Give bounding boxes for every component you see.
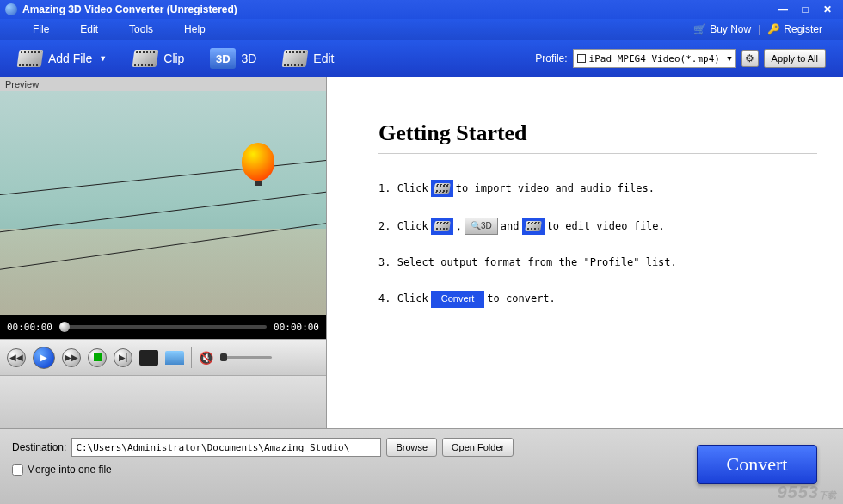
menubar: File Edit Tools Help 🛒Buy Now | 🔑Registe… xyxy=(0,19,843,40)
seek-slider[interactable] xyxy=(59,325,267,329)
settings-button[interactable]: ⚙ xyxy=(741,50,759,67)
preview-footer xyxy=(0,375,326,428)
minimize-button[interactable]: — xyxy=(772,3,793,16)
getting-started-title: Getting Started xyxy=(378,120,817,154)
three-d-button[interactable]: 3D 3D xyxy=(210,48,256,69)
edit-chip xyxy=(522,218,545,235)
chevron-down-icon: ▼ xyxy=(727,54,731,63)
add-file-button[interactable]: Add File ▼ xyxy=(17,47,107,70)
browse-button[interactable]: Browse xyxy=(386,438,437,457)
convert-chip: Convert xyxy=(431,291,485,308)
key-icon: 🔑 xyxy=(767,23,780,35)
step-1: 1. Click to import video and audio files… xyxy=(378,180,817,197)
gear-icon: ⚙ xyxy=(745,52,754,65)
open-folder-button[interactable]: Open Folder xyxy=(442,438,514,457)
time-current: 00:00:00 xyxy=(7,322,52,333)
merge-label: Merge into one file xyxy=(27,464,112,476)
merge-checkbox[interactable] xyxy=(12,464,23,476)
edit-button[interactable]: Edit xyxy=(282,47,334,70)
separator: | xyxy=(758,23,760,35)
divider xyxy=(191,347,192,368)
close-button[interactable]: ✕ xyxy=(817,3,838,16)
format-icon xyxy=(577,54,586,63)
time-bar: 00:00:00 00:00:00 xyxy=(0,315,326,339)
menu-edit[interactable]: Edit xyxy=(65,23,114,35)
edit-icon xyxy=(282,50,309,67)
window-title: Amazing 3D Video Converter (Unregistered… xyxy=(22,3,771,15)
clip-button[interactable]: Clip xyxy=(132,47,184,70)
volume-slider[interactable] xyxy=(220,356,272,359)
volume-icon[interactable]: 🔇 xyxy=(199,351,213,365)
destination-input[interactable] xyxy=(71,438,381,457)
profile-label: Profile: xyxy=(535,52,567,65)
three-d-icon: 3D xyxy=(210,48,236,69)
preview-panel: Preview 00:00:00 00:00:00 ◀◀ ▶ ▶▶ ▶| 🔇 xyxy=(0,77,327,428)
skip-forward-button[interactable]: ▶▶ xyxy=(62,348,81,367)
play-button[interactable]: ▶ xyxy=(33,347,55,369)
add-file-chip xyxy=(431,180,453,197)
apply-to-all-button[interactable]: Apply to All xyxy=(764,49,826,68)
stop-button[interactable] xyxy=(88,348,107,367)
app-icon xyxy=(5,3,17,15)
preview-video xyxy=(0,91,326,315)
clip-chip xyxy=(431,218,453,235)
clip-icon xyxy=(132,50,159,67)
register-link[interactable]: 🔑Register xyxy=(764,23,826,35)
time-total: 00:00:00 xyxy=(274,322,319,333)
getting-started-panel: Getting Started 1. Click to import video… xyxy=(327,77,843,428)
three-d-chip: 🔍 3D xyxy=(465,218,498,235)
menu-help[interactable]: Help xyxy=(169,23,221,35)
skip-back-button[interactable]: ◀◀ xyxy=(7,348,26,367)
titlebar: Amazing 3D Video Converter (Unregistered… xyxy=(0,0,843,19)
toolbar: Add File ▼ Clip 3D 3D Edit Profile: iPad… xyxy=(0,40,843,77)
preview-label: Preview xyxy=(0,77,326,91)
balloon-image xyxy=(242,143,274,181)
convert-button[interactable]: Convert xyxy=(697,445,817,484)
destination-label: Destination: xyxy=(12,441,66,453)
step-2: 2. Click , 🔍 3D and to edit video file. xyxy=(378,218,817,235)
cart-icon: 🛒 xyxy=(693,23,706,35)
chevron-down-icon: ▼ xyxy=(99,54,107,63)
next-button[interactable]: ▶| xyxy=(114,348,132,367)
film-icon xyxy=(17,50,44,67)
playback-controls: ◀◀ ▶ ▶▶ ▶| 🔇 xyxy=(0,339,326,375)
watermark: 9553下载 xyxy=(778,482,837,502)
snapshot-button[interactable] xyxy=(139,350,158,366)
step-4: 4. Click Convert to convert. xyxy=(378,291,817,308)
profile-select[interactable]: iPad MPEG4 Video(*.mp4) ▼ xyxy=(573,49,736,68)
main-area: Preview 00:00:00 00:00:00 ◀◀ ▶ ▶▶ ▶| 🔇 xyxy=(0,77,843,428)
bottom-bar: Destination: Browse Open Folder Merge in… xyxy=(0,428,843,504)
step-3: 3. Select output format from the "Profil… xyxy=(378,255,817,270)
snapshot-folder-button[interactable] xyxy=(165,351,184,365)
menu-file[interactable]: File xyxy=(17,23,65,35)
buy-now-link[interactable]: 🛒Buy Now xyxy=(690,23,754,35)
menu-tools[interactable]: Tools xyxy=(114,23,169,35)
maximize-button[interactable]: □ xyxy=(795,3,815,16)
